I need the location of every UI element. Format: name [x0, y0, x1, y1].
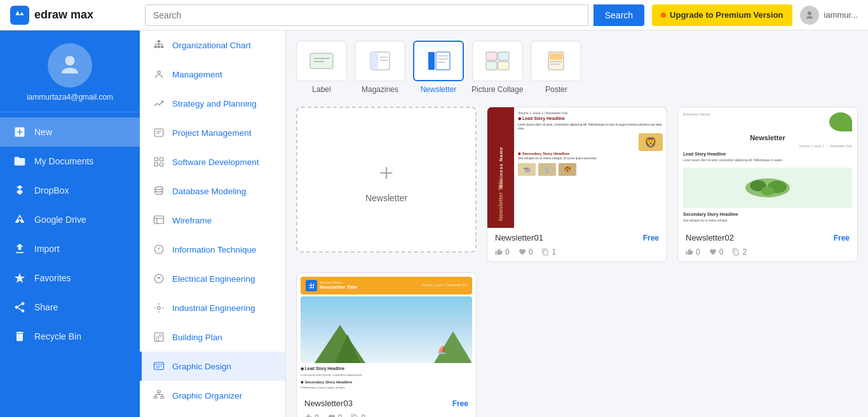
- new-icon: [13, 125, 27, 139]
- svg-point-67: [761, 187, 774, 195]
- secondary-label-wireframe: Wireframe: [172, 216, 212, 225]
- sidebar-item-recycle-bin[interactable]: Recycle Bin: [0, 322, 140, 351]
- plus-icon: ＋: [375, 157, 398, 188]
- stat-likes-nl03: 0: [304, 413, 319, 417]
- upgrade-dot: [661, 13, 666, 18]
- search-button[interactable]: Search: [593, 4, 644, 26]
- svg-rect-10: [154, 129, 163, 136]
- svg-point-9: [158, 71, 161, 74]
- category-label-text: Label: [312, 85, 330, 94]
- category-newsletter-text: Newsletter: [421, 85, 457, 94]
- template-badge-nl03: Free: [452, 399, 468, 408]
- my-documents-icon: [13, 154, 27, 168]
- logo-area: edraw max: [10, 6, 137, 25]
- user-area[interactable]: iammur...: [800, 6, 858, 25]
- template-stats-nl01: 0 0 1: [487, 248, 667, 261]
- secondary-item-info-technique[interactable]: Information Technique: [140, 235, 285, 264]
- sidebar-item-google-drive[interactable]: Google Drive: [0, 205, 140, 234]
- secondary-item-graphic-design[interactable]: Graphic Design: [140, 352, 285, 381]
- search-input[interactable]: [145, 4, 588, 26]
- secondary-item-infographic[interactable]: Infographic: [140, 410, 285, 417]
- secondary-item-db-modeling[interactable]: Database Modeling: [140, 176, 285, 206]
- secondary-item-project-mgmt[interactable]: Project Management: [140, 118, 285, 147]
- template-card-nl01[interactable]: Business Name Newsletter Title Volume 1,…: [487, 107, 667, 262]
- building-plan-icon: [152, 330, 166, 344]
- svg-point-17: [155, 187, 163, 190]
- svg-rect-15: [154, 163, 158, 166]
- username: iammur...: [824, 10, 858, 20]
- header: edraw max Search Upgrade to Premium Vers…: [0, 0, 868, 30]
- secondary-item-strategy[interactable]: Strategy and Planning: [140, 89, 285, 118]
- template-info-nl03: Newsletter03 Free: [297, 394, 476, 413]
- stat-hearts-nl01: 0: [519, 248, 533, 256]
- software-dev-icon: [152, 155, 166, 169]
- category-thumb-label: [296, 41, 347, 81]
- add-template-card[interactable]: ＋ Newsletter: [296, 107, 477, 253]
- svg-rect-51: [428, 52, 435, 70]
- templates-grid: ＋ Newsletter Business Name Newsletter Ti…: [296, 107, 858, 417]
- secondary-item-org-chart[interactable]: Organizational Chart: [140, 30, 285, 60]
- secondary-label-building: Building Plan: [172, 333, 222, 342]
- sidebar-label-recycle: Recycle Bin: [34, 331, 81, 341]
- svg-rect-2: [158, 46, 161, 48]
- app-logo: [10, 6, 29, 25]
- secondary-item-software-dev[interactable]: Software Development: [140, 147, 285, 176]
- svg-rect-59: [498, 62, 509, 70]
- category-picture-collage[interactable]: Picture Collage: [471, 41, 523, 94]
- svg-point-23: [158, 251, 159, 252]
- svg-rect-52: [436, 52, 450, 70]
- svg-rect-57: [498, 52, 509, 60]
- svg-rect-48: [370, 52, 378, 70]
- graphic-organizer-icon: [152, 388, 166, 402]
- user-email: iammurtaza4@gmail.com: [27, 93, 113, 102]
- secondary-label-software: Software Development: [172, 157, 259, 167]
- template-card-nl03[interactable]: Business Name Newsletter Title Volume 1,…: [296, 272, 477, 417]
- sidebar-item-dropbox[interactable]: DropBox: [0, 176, 140, 205]
- secondary-label-db: Database Modeling: [172, 187, 246, 196]
- category-poster[interactable]: Poster: [531, 41, 581, 94]
- template-name-nl03: Newsletter03: [304, 399, 353, 408]
- strategy-icon: [152, 96, 166, 110]
- stat-likes-nl02: 0: [686, 248, 700, 256]
- google-drive-icon: [13, 213, 27, 227]
- sidebar-label-docs: My Documents: [34, 156, 93, 166]
- sidebar-item-favorites[interactable]: Favorites: [0, 263, 140, 293]
- category-poster-text: Poster: [545, 85, 567, 94]
- secondary-item-building-plan[interactable]: Building Plan: [140, 322, 285, 352]
- svg-rect-61: [550, 53, 562, 60]
- favorites-icon: [13, 271, 27, 285]
- secondary-item-wireframe[interactable]: Wireframe: [140, 206, 285, 235]
- secondary-sidebar: Organizational Chart Management Strategy…: [140, 30, 286, 417]
- add-label: Newsletter: [365, 193, 407, 203]
- svg-point-25: [158, 307, 161, 310]
- left-sidebar: iammurtaza4@gmail.com New My Documents D…: [0, 30, 140, 417]
- sidebar-item-new[interactable]: New: [0, 117, 140, 147]
- secondary-item-management[interactable]: Management: [140, 60, 285, 89]
- svg-rect-35: [161, 397, 164, 399]
- wireframe-icon: [152, 213, 166, 227]
- category-label[interactable]: Label: [296, 41, 347, 94]
- sidebar-item-my-documents[interactable]: My Documents: [0, 147, 140, 176]
- share-icon: [13, 300, 27, 314]
- template-card-nl02[interactable]: Business Name Newsletter Volume 1, Issue…: [677, 107, 858, 262]
- template-name-nl02: Newsletter02: [686, 233, 734, 242]
- template-thumb-nl01: Business Name Newsletter Title Volume 1,…: [487, 107, 667, 228]
- upgrade-button[interactable]: Upgrade to Premium Version: [652, 4, 792, 26]
- svg-rect-14: [160, 157, 163, 161]
- secondary-label-graphic: Graphic Design: [172, 362, 231, 371]
- category-magazines[interactable]: Magazines: [355, 41, 405, 94]
- secondary-item-electrical-eng[interactable]: Electrical Engineering: [140, 264, 285, 293]
- secondary-item-industrial-eng[interactable]: Industrial Engineering: [140, 293, 285, 322]
- category-newsletter[interactable]: Newsletter: [413, 41, 464, 94]
- svg-rect-28: [159, 334, 161, 336]
- category-thumb-collage: [472, 41, 523, 81]
- svg-rect-3: [161, 46, 164, 48]
- sidebar-item-share[interactable]: Share: [0, 293, 140, 322]
- secondary-item-graphic-organizer[interactable]: Graphic Organizer: [140, 381, 285, 410]
- sidebar-label-favorites: Favorites: [34, 273, 71, 283]
- user-profile: iammurtaza4@gmail.com: [0, 30, 140, 112]
- sidebar-item-import[interactable]: Import: [0, 234, 140, 263]
- category-scroll: Label Magazines Newsletter Picture Colla…: [296, 41, 858, 96]
- stat-hearts-nl03: 0: [328, 413, 342, 417]
- secondary-label-project: Project Management: [172, 128, 252, 138]
